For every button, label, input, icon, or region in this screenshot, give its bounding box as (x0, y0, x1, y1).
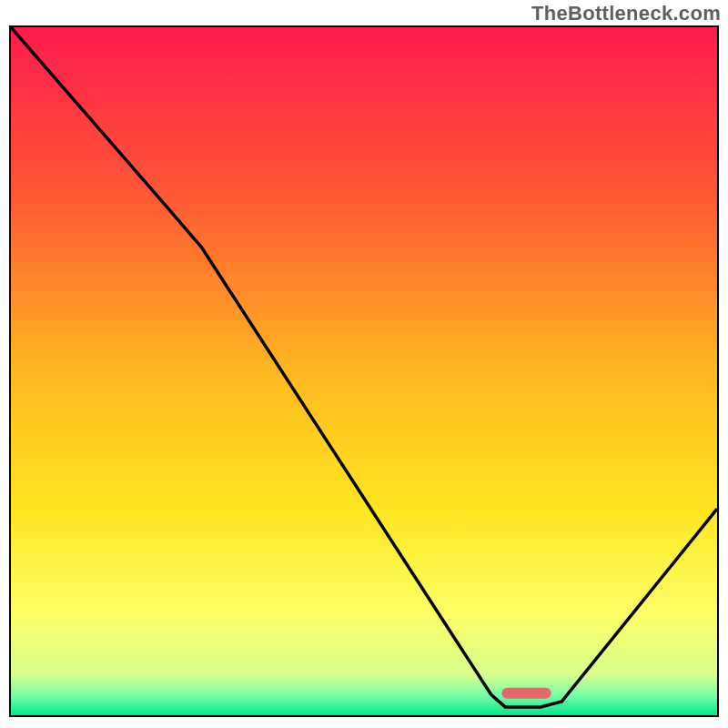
watermark-text: TheBottleneck.com (531, 2, 721, 25)
chart-background-gradient (11, 27, 717, 715)
chart-plot-area (9, 25, 719, 717)
chart-optimum-marker (501, 688, 551, 699)
chart-container: TheBottleneck.com (0, 0, 728, 728)
chart-svg (11, 27, 717, 715)
